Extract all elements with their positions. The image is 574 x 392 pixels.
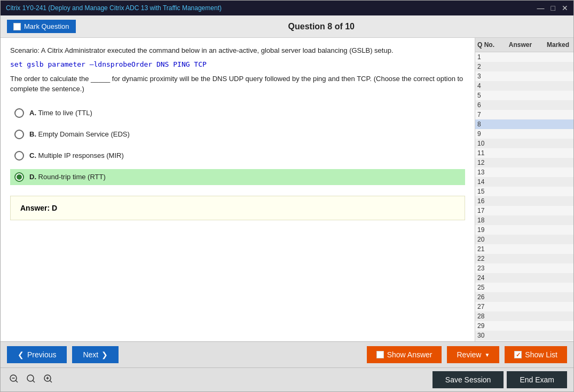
show-answer-checkbox xyxy=(376,351,384,358)
zoom-in-button[interactable] xyxy=(41,373,55,387)
sidebar-qno: 29 xyxy=(477,322,499,330)
sidebar-row[interactable]: 6 xyxy=(475,100,573,110)
toolbar: Mark Question Question 8 of 10 xyxy=(1,15,573,38)
review-dropdown-icon: ▼ xyxy=(484,352,490,358)
sidebar-row[interactable]: 23 xyxy=(475,263,573,273)
option-b-text: B. Empty Domain Service (EDS) xyxy=(29,130,130,138)
sidebar-qno: 6 xyxy=(477,101,499,109)
prev-arrow-icon xyxy=(18,350,24,359)
sidebar-qno: 26 xyxy=(477,293,499,301)
save-session-label: Save Session xyxy=(445,375,491,384)
option-a-text: A. Time to live (TTL) xyxy=(29,109,92,117)
maximize-button[interactable]: □ xyxy=(551,4,555,12)
sidebar-row[interactable]: 22 xyxy=(475,254,573,263)
sidebar-row[interactable]: 3 xyxy=(475,71,573,81)
next-arrow-icon xyxy=(101,350,108,359)
sidebar-qno: 1 xyxy=(477,53,499,61)
header-qno: Q No. xyxy=(477,41,499,49)
sidebar-qno: 17 xyxy=(477,207,499,214)
scenario-text: Scenario: A Citrix Administrator execute… xyxy=(10,45,465,56)
save-session-button[interactable]: Save Session xyxy=(433,371,504,388)
sidebar-row[interactable]: 8 xyxy=(475,119,573,129)
question-area: Scenario: A Citrix Administrator execute… xyxy=(1,38,475,341)
end-exam-label: End Exam xyxy=(520,375,554,384)
show-answer-button[interactable]: Show Answer xyxy=(367,346,442,363)
sidebar-row[interactable]: 15 xyxy=(475,187,573,196)
main-area: Scenario: A Citrix Administrator execute… xyxy=(1,38,573,341)
previous-button[interactable]: Previous xyxy=(7,346,67,363)
sidebar-row[interactable]: 14 xyxy=(475,177,573,187)
question-list-sidebar[interactable]: Q No. Answer Marked 1 2 3 4 5 6 xyxy=(475,38,573,341)
sidebar-qno: 13 xyxy=(477,169,499,176)
zoom-reset-icon xyxy=(26,374,36,383)
close-button[interactable]: ✕ xyxy=(562,4,568,12)
next-button[interactable]: Next xyxy=(72,346,119,363)
zoom-out-button[interactable] xyxy=(7,373,21,387)
sidebar-qno: 16 xyxy=(477,197,499,205)
sidebar-rows: 1 2 3 4 5 6 7 8 xyxy=(475,52,573,340)
sidebar-qno: 9 xyxy=(477,130,499,138)
sidebar-row[interactable]: 16 xyxy=(475,196,573,206)
show-list-label: Show List xyxy=(525,350,557,359)
sidebar-qno: 7 xyxy=(477,111,499,118)
main-window: Citrix 1Y0-241 (Deploy and Manage Citrix… xyxy=(0,0,574,392)
sidebar-qno: 4 xyxy=(477,82,499,90)
window-controls: — □ ✕ xyxy=(537,4,568,12)
sidebar-row[interactable]: 10 xyxy=(475,139,573,148)
sidebar-qno: 10 xyxy=(477,140,499,147)
option-d-text: D. Round-trip time (RTT) xyxy=(29,173,106,181)
sidebar-row[interactable]: 27 xyxy=(475,302,573,311)
sidebar-row[interactable]: 2 xyxy=(475,62,573,71)
show-list-button[interactable]: Show List xyxy=(505,346,567,363)
svg-line-4 xyxy=(33,380,35,382)
sidebar-qno: 3 xyxy=(477,73,499,80)
option-c-text: C. Multiple IP responses (MIR) xyxy=(29,151,124,159)
sidebar-qno: 23 xyxy=(477,265,499,272)
sidebar-row[interactable]: 30 xyxy=(475,331,573,340)
command-text: set gslb parameter –ldnsprobeOrder DNS P… xyxy=(10,60,465,68)
minimize-button[interactable]: — xyxy=(537,4,545,12)
next-label: Next xyxy=(83,350,98,359)
option-a[interactable]: A. Time to live (TTL) xyxy=(10,105,465,121)
option-d[interactable]: D. Round-trip time (RTT) xyxy=(10,169,465,185)
mark-question-checkbox xyxy=(13,23,21,30)
option-b[interactable]: B. Empty Domain Service (EDS) xyxy=(10,126,465,142)
sidebar-row[interactable]: 4 xyxy=(475,81,573,91)
sidebar-row[interactable]: 12 xyxy=(475,158,573,167)
answer-text: Answer: D xyxy=(20,204,57,212)
sidebar-qno: 20 xyxy=(477,236,499,243)
sidebar-row[interactable]: 7 xyxy=(475,110,573,119)
bottom-bar-2: Save Session End Exam xyxy=(1,367,573,391)
answer-box: Answer: D xyxy=(10,196,465,220)
sidebar-row[interactable]: 9 xyxy=(475,129,573,139)
sidebar-qno: 5 xyxy=(477,92,499,99)
sidebar-qno: 19 xyxy=(477,226,499,234)
sidebar-row[interactable]: 5 xyxy=(475,91,573,100)
mark-question-label: Mark Question xyxy=(24,22,69,30)
review-button[interactable]: Review ▼ xyxy=(447,346,499,363)
sidebar-qno: 21 xyxy=(477,245,499,253)
sidebar-row[interactable]: 29 xyxy=(475,321,573,331)
window-title: Citrix 1Y0-241 (Deploy and Manage Citrix… xyxy=(6,4,222,12)
sidebar-row[interactable]: 19 xyxy=(475,225,573,235)
option-c[interactable]: C. Multiple IP responses (MIR) xyxy=(10,148,465,164)
sidebar-row[interactable]: 1 xyxy=(475,52,573,62)
sidebar-row[interactable]: 21 xyxy=(475,244,573,254)
end-exam-button[interactable]: End Exam xyxy=(507,371,567,388)
sidebar-row[interactable]: 11 xyxy=(475,148,573,158)
sidebar-row[interactable]: 24 xyxy=(475,273,573,283)
zoom-reset-button[interactable] xyxy=(24,373,38,387)
sidebar-row[interactable]: 18 xyxy=(475,215,573,225)
sidebar-row[interactable]: 13 xyxy=(475,167,573,177)
zoom-out-icon xyxy=(9,374,19,383)
sidebar-qno: 18 xyxy=(477,217,499,224)
previous-label: Previous xyxy=(27,350,56,359)
mark-question-button[interactable]: Mark Question xyxy=(7,20,76,33)
sidebar-qno: 28 xyxy=(477,313,499,320)
sidebar-row[interactable]: 28 xyxy=(475,311,573,321)
sidebar-row[interactable]: 25 xyxy=(475,283,573,292)
sidebar-qno: 2 xyxy=(477,63,499,70)
sidebar-row[interactable]: 20 xyxy=(475,235,573,244)
sidebar-row[interactable]: 17 xyxy=(475,206,573,215)
sidebar-row[interactable]: 26 xyxy=(475,292,573,302)
